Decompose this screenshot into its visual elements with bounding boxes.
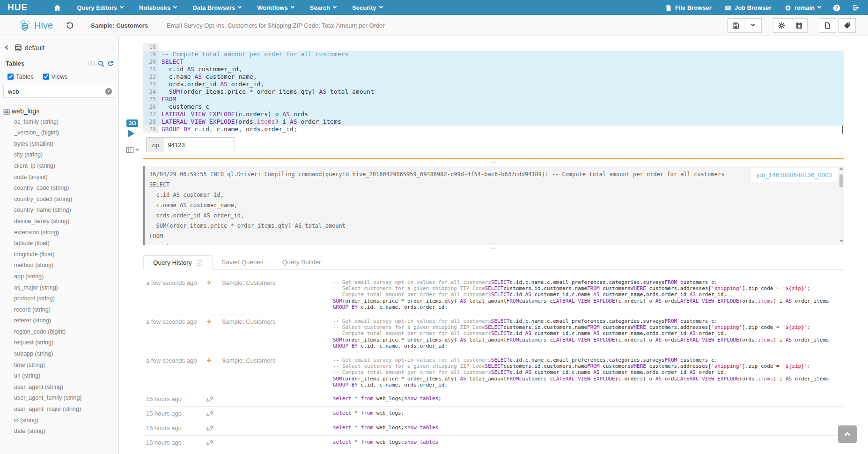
history-timestamp: 15 hours ago	[143, 410, 206, 417]
editor-line[interactable]: 18	[143, 43, 844, 51]
column-item[interactable]: date (string)	[14, 426, 118, 437]
scrollbar-thumb[interactable]	[839, 174, 843, 187]
menu-data-browsers[interactable]: Data Browsers	[192, 4, 241, 11]
variable-value-input[interactable]	[164, 137, 235, 152]
column-item[interactable]: os_major (string)	[14, 283, 118, 294]
table-entry[interactable]: web_logs	[3, 107, 118, 115]
column-item[interactable]: country_name (string)	[14, 205, 118, 216]
editor-toolbar: Hive Sample: Customers Email Survey Opt-…	[0, 15, 868, 36]
history-row[interactable]: 15 hours agoselect * from web_logs;show …	[143, 450, 844, 454]
history-row[interactable]: a few seconds ago✈Sample: Customers-- Ge…	[143, 353, 844, 392]
views-checkbox[interactable]	[43, 74, 49, 80]
save-button[interactable]	[727, 18, 744, 33]
log-scrollbar[interactable]	[839, 167, 843, 242]
column-item[interactable]: app (string)	[14, 271, 118, 283]
column-item[interactable]: id (string)	[14, 415, 118, 426]
table-filter-input[interactable]	[3, 85, 115, 98]
column-item[interactable]: bytes (smallint)	[14, 139, 118, 150]
column-item[interactable]: user_agent_major (string)	[14, 404, 118, 415]
schedule-button[interactable]	[790, 18, 808, 33]
editor-line[interactable]: 28LATERAL VIEW EXPLODE(ords.items) i AS …	[143, 118, 844, 126]
query-history-button[interactable]	[66, 21, 74, 30]
column-item[interactable]: city (string)	[14, 149, 118, 161]
execute-button[interactable]	[128, 130, 134, 137]
history-row[interactable]: a few seconds ago✈Sample: Customers-- Ge…	[143, 275, 844, 314]
database-selector[interactable]: default	[15, 44, 44, 52]
column-item[interactable]: protocol (string)	[14, 293, 118, 305]
job-link[interactable]: job_1461888648136_0003	[757, 171, 832, 179]
menu-workflows[interactable]: Workflows	[257, 4, 294, 11]
tab-saved-queries[interactable]: Saved Queries	[213, 255, 273, 269]
column-item[interactable]: record (string)	[14, 305, 118, 316]
resize-handle[interactable]: ▪▪▪	[119, 160, 868, 164]
file-browser-link[interactable]: File Browser	[665, 4, 712, 11]
column-item[interactable]: client_ip (string)	[14, 161, 118, 172]
column-item[interactable]: referer (string)	[14, 315, 118, 327]
column-item[interactable]: region_code (bigint)	[14, 327, 118, 338]
column-item[interactable]: country_code (string)	[14, 183, 118, 194]
column-item[interactable]: request (string)	[14, 337, 118, 349]
editor-line[interactable]: 20SELECT	[143, 58, 844, 66]
editor-line[interactable]: 19-- Compute total amount per order for …	[143, 51, 844, 58]
resize-handle[interactable]: ▪▪▪	[119, 246, 868, 250]
editor-line[interactable]: 22 c.name AS customer_name,	[143, 73, 844, 81]
collapse-panel-icon[interactable]: ‹	[112, 45, 115, 50]
back-chevron-icon[interactable]	[5, 45, 10, 50]
help-button[interactable]	[833, 3, 840, 12]
tags-button[interactable]	[839, 18, 856, 33]
home-button[interactable]	[54, 3, 61, 12]
column-item[interactable]: user_agent (string)	[14, 382, 118, 393]
job-browser-link[interactable]: Job Browser	[725, 4, 772, 11]
editor-line[interactable]: 24 SUM(order_items.price * order_items.q…	[143, 88, 844, 96]
calendar-clear-icon[interactable]	[196, 255, 203, 270]
column-item[interactable]: subapp (string)	[14, 349, 118, 360]
column-item[interactable]: latitude (float)	[14, 238, 118, 249]
save-options-button[interactable]	[744, 18, 762, 33]
history-row[interactable]: 15 hours agoselect * from web_logs;show …	[143, 421, 844, 436]
column-item[interactable]: method (string)	[14, 260, 118, 271]
menu-query-editors[interactable]: Query Editors	[77, 4, 123, 11]
column-item[interactable]: extension (string)	[14, 227, 118, 238]
menu-security[interactable]: Security	[352, 4, 382, 11]
user-menu[interactable]: romain	[785, 4, 821, 11]
column-item[interactable]: longitude (float)	[14, 249, 118, 260]
hue-logo[interactable]: HUE	[7, 2, 28, 13]
editor-line[interactable]: 26 customers c	[143, 103, 844, 111]
history-row[interactable]: 15 hours agoselect * from web_logs;show …	[143, 436, 844, 450]
editor-line[interactable]: 27LATERAL VIEW EXPLODE(c.orders) o AS or…	[143, 111, 844, 118]
editor-line[interactable]: 23 ords.order_id AS order_id,	[143, 81, 844, 88]
search-icon[interactable]	[98, 59, 104, 67]
column-item[interactable]: user_agent_family (string)	[14, 393, 118, 404]
column-item[interactable]: country_code3 (string)	[14, 194, 118, 205]
editor-line[interactable]: 29GROUP BY c.id, c.name, ords.order_id;	[143, 126, 844, 133]
column-item[interactable]: code (tinyint)	[14, 172, 118, 183]
tables-checkbox[interactable]	[7, 74, 14, 80]
document-subtitle[interactable]: Email Survey Opt-Ins, Customers for Ship…	[167, 22, 385, 29]
refresh-icon[interactable]	[107, 59, 114, 67]
tab-query-history[interactable]: Query History	[143, 255, 213, 270]
sign-out-button[interactable]	[853, 3, 860, 12]
menu-notebooks[interactable]: Notebooks	[139, 4, 177, 11]
column-item[interactable]: device_family (string)	[14, 216, 118, 227]
scroll-to-top-button[interactable]	[838, 425, 857, 443]
tab-query-builder[interactable]: Query Builder	[273, 255, 331, 269]
editor-code-text: -- Compute total amount per order for al…	[159, 51, 844, 58]
scroll-down-icon[interactable]	[839, 240, 843, 242]
settings-button[interactable]	[773, 18, 790, 33]
editor-line[interactable]: 21 c.id AS customer_id,	[143, 66, 844, 73]
column-item[interactable]: os_family (string)	[14, 117, 118, 128]
sql-editor[interactable]: 1819-- Compute total amount per order fo…	[143, 43, 844, 133]
editor-line[interactable]: 25FROM	[143, 96, 844, 103]
column-item[interactable]: time (string)	[14, 360, 118, 371]
editor-scroll-down[interactable]	[842, 126, 843, 133]
new-query-button[interactable]	[819, 18, 836, 33]
document-title[interactable]: Sample: Customers	[91, 22, 148, 29]
history-row[interactable]: a few seconds ago✈Sample: Customers-- Ge…	[143, 314, 844, 353]
menu-search[interactable]: Search	[310, 4, 336, 11]
history-row[interactable]: 15 hours agoselect * from web_logs;show …	[143, 392, 844, 407]
browse-results-button[interactable]	[126, 145, 139, 154]
column-item[interactable]: _version_ (bigint)	[14, 127, 118, 139]
column-item[interactable]: url (string)	[14, 371, 118, 382]
scroll-up-icon[interactable]	[839, 167, 843, 170]
history-row[interactable]: 15 hours agoselect * from web_logs;	[143, 407, 844, 421]
